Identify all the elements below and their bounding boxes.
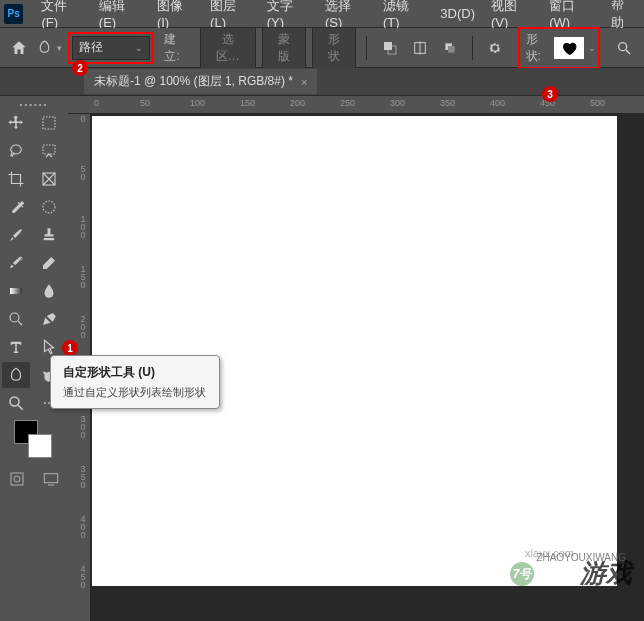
path-alignment-icon[interactable]	[408, 35, 432, 61]
svg-rect-5	[448, 46, 455, 53]
document-tab-bar: 未标题-1 @ 100% (图层 1, RGB/8#) * × 3	[0, 68, 644, 96]
tool-preset-icon[interactable]: ▾	[36, 35, 62, 61]
quick-select-tool[interactable]	[35, 138, 63, 164]
divider-2	[472, 36, 473, 60]
redbox-mode: 路径⌄	[68, 32, 154, 64]
dodge-tool[interactable]	[2, 306, 30, 332]
close-icon[interactable]: ×	[301, 76, 307, 88]
annotation-badge-3: 3	[542, 86, 558, 102]
svg-rect-9	[43, 145, 55, 154]
svg-point-6	[618, 42, 626, 50]
canvas[interactable]	[92, 116, 617, 586]
mode-value: 路径	[79, 39, 103, 56]
shape-label: 形状:	[526, 31, 551, 65]
ruler-corner	[68, 96, 90, 114]
build-label: 建立:	[164, 31, 190, 65]
crop-tool[interactable]	[2, 166, 30, 192]
path-arrangement-icon[interactable]	[438, 35, 462, 61]
blur-tool[interactable]	[35, 278, 63, 304]
tooltip-desc: 通过自定义形状列表绘制形状	[63, 385, 207, 400]
svg-rect-22	[44, 474, 58, 483]
annotation-badge-1: 1	[62, 340, 78, 356]
home-icon[interactable]	[8, 36, 30, 60]
quick-mask-icon[interactable]	[4, 466, 30, 492]
brush-tool[interactable]	[2, 222, 30, 248]
ruler-horizontal: 0 50 100 150 200 250 300 350 400 450 500	[90, 96, 644, 114]
ps-logo: Ps	[4, 4, 23, 24]
path-operations-icon[interactable]	[377, 35, 401, 61]
make-shape-button[interactable]: 形状	[312, 27, 356, 69]
tool-tooltip: 自定形状工具 (U) 通过自定义形状列表绘制形状	[50, 355, 220, 409]
history-brush-tool[interactable]	[2, 250, 30, 276]
menu-bar: Ps 文件(F) 编辑(E) 图像(I) 图层(L) 文字(Y) 选择(S) 滤…	[0, 0, 644, 28]
search-icon[interactable]	[612, 35, 636, 61]
mode-dropdown[interactable]: 路径⌄	[72, 36, 150, 60]
document-tab-title: 未标题-1 @ 100% (图层 1, RGB/8#) *	[94, 73, 293, 90]
background-color[interactable]	[28, 434, 52, 458]
svg-rect-8	[43, 117, 55, 129]
menu-3d[interactable]: 3D(D)	[432, 2, 483, 25]
frame-tool[interactable]	[35, 166, 63, 192]
options-bar: ▾ 2 路径⌄ 建立: 选区… 蒙版 形状 形状: ⌄	[0, 28, 644, 68]
tooltip-title: 自定形状工具 (U)	[63, 364, 207, 381]
stamp-tool[interactable]	[35, 222, 63, 248]
svg-line-7	[626, 50, 630, 54]
redbox-shape: 形状: ⌄	[518, 27, 600, 69]
eyedropper-tool[interactable]	[2, 194, 30, 220]
eraser-tool[interactable]	[35, 250, 63, 276]
svg-rect-15	[10, 288, 22, 294]
marquee-tool[interactable]	[35, 110, 63, 136]
shape-picker[interactable]	[554, 37, 583, 59]
make-mask-button[interactable]: 蒙版	[262, 27, 306, 69]
divider	[366, 36, 367, 60]
pen-tool[interactable]	[35, 306, 63, 332]
color-swatches	[0, 418, 68, 462]
svg-line-17	[18, 321, 22, 325]
toolbox-grip[interactable]: ••••••	[0, 100, 68, 108]
document-tab[interactable]: 未标题-1 @ 100% (图层 1, RGB/8#) * ×	[84, 69, 317, 94]
svg-point-21	[14, 476, 20, 482]
svg-point-13	[43, 201, 55, 213]
screen-mode-icon[interactable]	[38, 466, 64, 492]
custom-shape-tool[interactable]	[2, 362, 30, 388]
svg-point-18	[10, 397, 19, 406]
lasso-tool[interactable]	[2, 138, 30, 164]
svg-point-16	[10, 313, 19, 322]
healing-tool[interactable]	[35, 194, 63, 220]
gear-icon[interactable]	[483, 35, 507, 61]
svg-line-19	[18, 405, 23, 410]
move-tool[interactable]	[2, 110, 30, 136]
svg-rect-20	[11, 473, 23, 485]
type-tool[interactable]	[2, 334, 30, 360]
annotation-badge-2: 2	[72, 60, 88, 76]
zoom-tool[interactable]	[2, 390, 30, 416]
make-selection-button[interactable]: 选区…	[200, 27, 256, 69]
gradient-tool[interactable]	[2, 278, 30, 304]
